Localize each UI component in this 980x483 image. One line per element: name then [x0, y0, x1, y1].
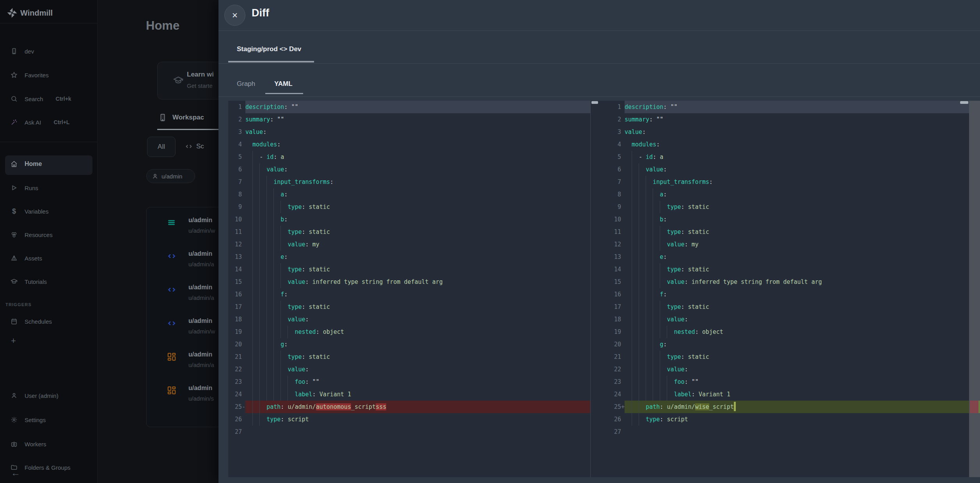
indent-guide [259, 263, 260, 276]
code-line: 9 type: static [228, 201, 590, 213]
tab-workspace[interactable]: Workspac [158, 113, 204, 122]
indent-guide [259, 188, 260, 201]
indent-guide [632, 251, 632, 263]
line-number: 24 [599, 388, 625, 401]
tab-staging-prod-dev[interactable]: Staging/prod <> Dev [237, 45, 301, 53]
indent-guide [252, 201, 253, 213]
sidebar-item-tutorials[interactable]: Tutorials [11, 276, 47, 287]
sidebar-item-search[interactable]: Search Ctrl+k [11, 94, 71, 104]
indent-guide [259, 176, 260, 188]
line-number: 2 [599, 113, 625, 126]
indent-guide [252, 326, 253, 338]
diff-pane-modified[interactable]: 1description: ""2summary: ""3value:4 mod… [599, 101, 969, 477]
list-item-script[interactable]: u/adminu/admin/w [147, 312, 221, 346]
tab-graph[interactable]: Graph [237, 80, 255, 88]
indent-guide [288, 326, 288, 338]
indent-guide [639, 251, 639, 263]
indent-guide [259, 213, 260, 226]
indent-guide [646, 326, 646, 338]
sidebar-item-favorites[interactable]: Favorites [11, 70, 49, 80]
indent-guide [252, 226, 253, 238]
sidebar-item-assets[interactable]: Assets [11, 253, 42, 263]
line-number: 1 [599, 101, 625, 113]
line-number: 22 [228, 363, 245, 376]
code-line: 12 value: my [599, 238, 969, 251]
sidebar-item-home[interactable]: Home [5, 155, 92, 175]
item-path: u/admin/a [188, 362, 214, 368]
collapse-sidebar-button[interactable]: ← [11, 469, 20, 477]
indent-guide [266, 363, 267, 376]
add-trigger-button[interactable]: + [11, 337, 16, 345]
sidebar-item-workers[interactable]: Workers [11, 439, 46, 449]
indent-guide [632, 388, 632, 401]
brand[interactable]: Windmill [6, 7, 53, 19]
line-number: 24 [228, 388, 245, 401]
indent-guide [252, 188, 253, 201]
page-title: Home [146, 19, 179, 33]
code-line: 11 type: static [228, 226, 590, 238]
code-line: 12 value: my [228, 238, 590, 251]
item-path: u/admin/a [188, 294, 214, 301]
indent-guide [252, 351, 253, 363]
indent-guide [667, 376, 667, 388]
active-tab-underline [157, 129, 220, 130]
list-item-app[interactable]: u/adminu/admin/a [147, 346, 221, 379]
indent-guide [646, 201, 646, 213]
indent-guide [273, 326, 274, 338]
code-line: 1description: "" [228, 101, 590, 113]
indent-guide [632, 351, 632, 363]
scrollbar-thumb[interactable] [591, 101, 598, 104]
indent-guide [273, 376, 274, 388]
indent-guide [273, 288, 274, 301]
sidebar-item-workspace[interactable]: dev [11, 46, 34, 56]
sidebar-item-runs[interactable]: Runs [11, 183, 38, 193]
sidebar-item-user[interactable]: User (admin) [11, 390, 59, 401]
sidebar-item-ask-ai[interactable]: Ask AI Ctrl+L [11, 117, 69, 127]
sidebar-item-schedules[interactable]: Schedules [11, 316, 52, 326]
indent-guide [653, 338, 653, 351]
sidebar-item-resources[interactable]: Resources [11, 230, 53, 240]
indent-guide [273, 263, 274, 276]
list-item-flow[interactable]: u/adminu/admin/w [147, 211, 221, 245]
sidebar-item-variables[interactable]: $ Variables [11, 206, 48, 216]
scrollbar-thumb[interactable] [960, 101, 968, 104]
line-number: 12 [599, 238, 625, 251]
line-number: 25- [228, 401, 245, 413]
indent-guide [632, 326, 632, 338]
indent-guide [646, 338, 646, 351]
divider [218, 30, 980, 31]
indent-guide [660, 388, 660, 401]
indent-guide [639, 338, 639, 351]
filter-all-button[interactable]: All [147, 137, 176, 157]
code-line: 16 f: [599, 288, 969, 301]
calendar-icon [11, 318, 18, 325]
filter-scripts-button[interactable]: Sc [185, 142, 204, 151]
close-button[interactable]: ✕ [224, 5, 245, 26]
indent-guide [632, 363, 632, 376]
indent-guide [281, 363, 281, 376]
app-icon [167, 385, 177, 396]
list-item-script[interactable]: u/adminu/admin/a [147, 245, 221, 278]
indent-guide [266, 351, 267, 363]
indent-guide [273, 238, 274, 251]
owner-filter-chip[interactable]: u/admin [146, 169, 195, 183]
overview-ruler[interactable] [969, 101, 980, 477]
code-icon [185, 142, 193, 151]
indent-guide [252, 313, 253, 326]
indent-guide [266, 376, 267, 388]
indent-guide [653, 288, 653, 301]
indent-guide [646, 188, 646, 201]
diff-pane-original[interactable]: 1description: ""2summary: ""3value:4 mod… [228, 101, 590, 477]
code-line: 3value: [599, 126, 969, 138]
sidebar-item-settings[interactable]: Settings [11, 415, 46, 425]
list-item-app[interactable]: u/adminu/admin/s [147, 379, 221, 413]
list-item-script[interactable]: u/adminu/admin/a [147, 278, 221, 312]
code-line: 15 value: inferred type string from defa… [599, 276, 969, 288]
line-number: 4 [228, 138, 245, 151]
indent-guide [667, 388, 667, 401]
code-line: 22 value: [228, 363, 590, 376]
text-cursor [734, 402, 736, 411]
indent-guide [632, 263, 632, 276]
indent-guide [252, 251, 253, 263]
tab-yaml[interactable]: YAML [274, 80, 293, 88]
